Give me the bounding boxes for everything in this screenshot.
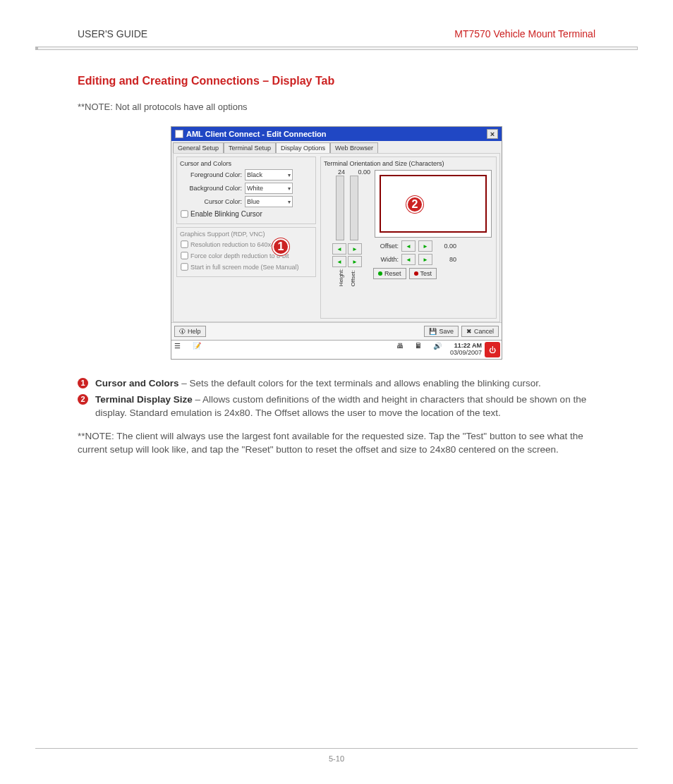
width-right-button[interactable]: ►: [418, 254, 432, 265]
reset-button[interactable]: Reset: [373, 268, 406, 279]
checkbox-fullscreen[interactable]: [181, 263, 188, 270]
panel-body: Cursor and Colors Foreground Color: Blac…: [173, 153, 500, 322]
note-bottom: **NOTE: The client will always use the l…: [78, 430, 595, 457]
slider-offset[interactable]: [350, 176, 358, 240]
label-width: Width:: [373, 256, 399, 263]
label-fullscreen: Start in full screen mode (See Manual): [190, 264, 299, 271]
group-cursor-colors: Cursor and Colors Foreground Color: Blac…: [176, 157, 316, 224]
height-left-button[interactable]: ◄: [332, 243, 346, 255]
tab-terminal-setup[interactable]: Terminal Setup: [224, 142, 276, 153]
label-resolution: Resolution reduction to 640x480: [190, 241, 281, 248]
width-left-button[interactable]: ◄: [401, 254, 416, 265]
offset-left-button[interactable]: ◄: [401, 240, 416, 252]
close-icon[interactable]: ×: [487, 129, 498, 139]
calculator-icon[interactable]: 🖩: [415, 342, 430, 357]
window-titlebar: AML Client Connect - Edit Connection ×: [171, 127, 502, 141]
start-icon[interactable]: ☰: [174, 342, 190, 357]
label-offset-v: Offset:: [350, 269, 356, 286]
offset-left-button-2[interactable]: ◄: [332, 256, 346, 267]
page-footer: 5-10: [35, 748, 638, 763]
callout-1: 1: [272, 238, 289, 255]
offset-right-button[interactable]: ►: [418, 240, 432, 252]
taskbar-clock: 11:22 AM 03/09/2007: [450, 343, 482, 357]
display-preview: [375, 170, 492, 238]
checkbox-resolution[interactable]: [181, 240, 188, 247]
value-height-top: 24: [324, 169, 345, 176]
slider-height[interactable]: [336, 176, 344, 240]
tab-web-browser[interactable]: Web Browser: [330, 142, 378, 153]
callout-legend: 1 Cursor and Colors – Sets the default c…: [78, 377, 595, 420]
header-left: USER'S GUIDE: [78, 28, 147, 39]
section-title: Editing and Creating Connections – Displ…: [78, 75, 595, 87]
label-cursor: Cursor Color:: [180, 198, 245, 205]
cancel-button[interactable]: ✖ Cancel: [461, 326, 499, 337]
test-button[interactable]: Test: [409, 268, 437, 279]
legend-num-1: 1: [78, 378, 88, 388]
embedded-screenshot: AML Client Connect - Edit Connection × G…: [171, 126, 502, 360]
tab-strip: General Setup Terminal Setup Display Opt…: [171, 141, 502, 153]
page-header: USER'S GUIDE MT7570 Vehicle Mount Termin…: [35, 28, 638, 39]
group-title-graphics: Graphics Support (RDP, VNC): [180, 231, 313, 238]
page-number: 5-10: [329, 754, 344, 763]
printer-icon[interactable]: 🖶: [396, 342, 412, 357]
help-button[interactable]: 🛈 Help: [174, 326, 206, 337]
volume-icon[interactable]: 🔊: [433, 342, 449, 357]
note-top: **NOTE: Not all protocols have all optio…: [78, 102, 595, 112]
select-cursor[interactable]: Blue: [245, 196, 293, 207]
value-width: 80: [435, 256, 456, 263]
label-foreground: Foreground Color:: [180, 171, 245, 178]
checkbox-blink[interactable]: [181, 210, 188, 217]
label-colordepth: Force color depth reduction to 8-bit: [190, 252, 289, 259]
label-offset-h: Offset:: [373, 243, 399, 250]
group-orientation: Terminal Orientation and Size (Character…: [320, 157, 497, 319]
legend-num-2: 2: [78, 394, 88, 405]
app-icon: [175, 130, 183, 138]
callout-2: 2: [406, 196, 423, 213]
label-blink: Enable Blinking Cursor: [190, 210, 262, 218]
tab-display-options[interactable]: Display Options: [276, 142, 330, 153]
power-icon[interactable]: ⏻: [485, 342, 500, 357]
label-background: Background Color:: [180, 185, 245, 192]
group-title-cursor: Cursor and Colors: [180, 160, 313, 167]
notes-icon[interactable]: 📝: [193, 342, 208, 357]
record-icon: [414, 271, 418, 276]
select-background[interactable]: White: [245, 183, 293, 194]
legend-body-2: Terminal Display Size – Allows custom de…: [95, 393, 595, 420]
header-right: MT7570 Vehicle Mount Terminal: [454, 28, 595, 39]
save-button[interactable]: 💾 Save: [424, 326, 459, 337]
dialog-footer: 🛈 Help 💾 Save ✖ Cancel: [171, 322, 502, 340]
group-graphics-support: Graphics Support (RDP, VNC) Resolution r…: [176, 227, 316, 277]
value-offset-h: 0.00: [435, 243, 456, 250]
window-title: AML Client Connect - Edit Connection: [186, 130, 326, 138]
legend-body-1: Cursor and Colors – Sets the default col…: [95, 377, 541, 391]
value-offset-top: 0.00: [349, 169, 370, 176]
preview-rect: [380, 175, 487, 233]
height-right-button[interactable]: ►: [348, 243, 362, 255]
offset-right-button-2[interactable]: ►: [348, 256, 362, 267]
checkbox-colordepth[interactable]: [181, 252, 188, 259]
select-foreground[interactable]: Black: [245, 169, 293, 180]
group-title-orientation: Terminal Orientation and Size (Character…: [324, 160, 493, 167]
refresh-icon: [378, 271, 382, 276]
taskbar: ☰ 📝 🖶 🖩 🔊 11:22 AM 03/09/2007 ⏻: [171, 340, 502, 359]
label-height-v: Height:: [338, 269, 344, 286]
tab-general-setup[interactable]: General Setup: [173, 142, 224, 153]
